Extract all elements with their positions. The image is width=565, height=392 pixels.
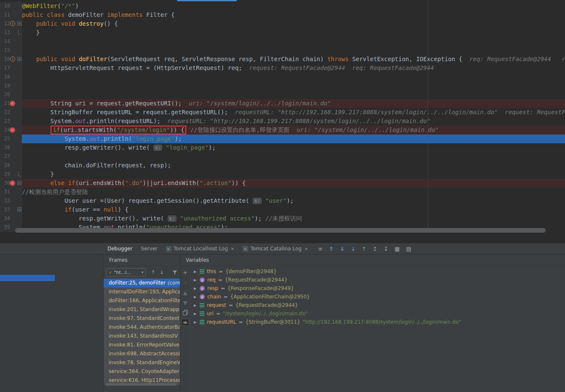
line-number: 21 bbox=[0, 99, 10, 108]
scroll-up-log-icon[interactable]: ↑ bbox=[362, 246, 367, 252]
variable-row[interactable]: ▶pchain = {ApplicationFilterChain@2950} bbox=[190, 293, 461, 301]
tab-tomcat-localhost-log[interactable]: ▸Tomcat Localhost Log✕ bbox=[162, 243, 238, 255]
variable-reference-value: {demoFilter@2948} bbox=[225, 268, 277, 274]
restore-layout-icon[interactable]: ▤ bbox=[406, 246, 411, 252]
expand-chevron-icon[interactable]: ▶ bbox=[194, 270, 197, 274]
duplicate-watch-icon[interactable] bbox=[183, 310, 187, 315]
expand-chevron-icon[interactable]: ▶ bbox=[194, 303, 197, 307]
debug-tool-window: DebuggerServer▸Tomcat Localhost Log✕▸Tom… bbox=[0, 243, 565, 392]
tab-debugger[interactable]: Debugger bbox=[103, 243, 137, 255]
variable-name: resp bbox=[207, 285, 218, 291]
local-variable-icon bbox=[200, 320, 204, 324]
variable-name: requestURL bbox=[207, 319, 236, 325]
variable-row[interactable]: ▶preq = {RequestFacade@2944} bbox=[190, 276, 461, 284]
tab-label: Debugger bbox=[107, 246, 132, 252]
breakpoint-icon[interactable]: ✓ bbox=[10, 101, 15, 106]
code-text bbox=[22, 81, 565, 90]
expand-chevron-icon[interactable]: ▶ bbox=[194, 320, 197, 324]
next-frame-icon[interactable]: ↓ bbox=[159, 269, 163, 275]
breakpoint-icon[interactable]: ✓ bbox=[10, 180, 15, 186]
expand-chevron-icon[interactable]: ▶ bbox=[194, 278, 197, 282]
line-number: 24 bbox=[0, 126, 10, 134]
scroll-down-log-icon[interactable]: ↓ bbox=[351, 246, 356, 252]
watch-return-values-icon[interactable]: ∞ bbox=[181, 319, 189, 326]
move-watch-up-icon[interactable]: ▲ bbox=[183, 290, 187, 296]
line-number: 10 bbox=[0, 2, 10, 11]
frame-row[interactable]: invoke:81, ErrorReportValve bbox=[104, 341, 180, 349]
frame-row[interactable]: doFilter:25, demoFilter (com bbox=[104, 279, 180, 287]
frame-text: service:616, Http11Processor bbox=[109, 377, 180, 383]
gutter: 11 bbox=[0, 11, 22, 19]
close-icon[interactable]: ✕ bbox=[231, 247, 234, 251]
line-number: 34 bbox=[0, 214, 10, 223]
override-method-icon[interactable]: ↑ bbox=[10, 56, 15, 62]
frame-row[interactable]: service:364, CoyoteAdapter bbox=[104, 367, 180, 376]
thread-dropdown[interactable]: ✓ "ht...l... ▾ bbox=[106, 268, 146, 277]
frame-row[interactable]: invoke:143, StandardHostV bbox=[104, 332, 180, 341]
gutter: 28 bbox=[0, 161, 22, 170]
close-icon[interactable]: ✕ bbox=[305, 247, 308, 251]
frame-row[interactable]: invoke:698, AbstractAccessL bbox=[104, 349, 180, 358]
fold-collapse-icon[interactable]: − bbox=[17, 181, 21, 185]
code-text: User user =(User) request.getSession().g… bbox=[22, 196, 565, 205]
code-line-16: 16↑− public void doFilter(ServletRequest… bbox=[0, 55, 565, 64]
code-text: resp.getWriter(). write( s: "unauthorize… bbox=[22, 214, 565, 223]
gutter: 12↑− bbox=[0, 19, 22, 28]
gutter: 18 bbox=[0, 72, 22, 81]
debug-tab-row: DebuggerServer▸Tomcat Localhost Log✕▸Tom… bbox=[0, 243, 565, 255]
code-text: String uri = request.getRequestURI(); ur… bbox=[22, 99, 565, 108]
code-text: HttpServletRequest request = (HttpServle… bbox=[22, 64, 565, 72]
tab-tomcat-catalina-log[interactable]: ▸Tomcat Catalina Log✕ bbox=[238, 243, 312, 255]
fold-collapse-icon[interactable]: − bbox=[17, 57, 21, 61]
breakpoint-icon[interactable]: ✓ bbox=[10, 127, 15, 133]
frames-horizontal-scrollbar[interactable] bbox=[105, 383, 177, 386]
code-text bbox=[22, 90, 565, 99]
add-watch-icon[interactable]: + bbox=[183, 269, 187, 276]
gutter: 10 bbox=[0, 2, 22, 11]
expand-chevron-icon[interactable]: ▶ bbox=[194, 287, 197, 290]
fold-collapse-icon[interactable]: − bbox=[17, 207, 21, 212]
frame-row[interactable]: doFilter:166, ApplicationFilte bbox=[104, 296, 180, 305]
variable-row[interactable]: ▶request = {RequestFacade@2944} bbox=[190, 301, 461, 309]
variable-row[interactable]: ▶presp = {ResponseFacade@2949} bbox=[190, 284, 461, 293]
fold-collapse-icon[interactable]: − bbox=[17, 21, 21, 26]
import-log-icon[interactable]: ↧ bbox=[384, 246, 388, 252]
frame-row[interactable]: internalDoFilter:193, Applicat bbox=[104, 287, 180, 296]
debug-left-area bbox=[0, 255, 103, 392]
undeploy-artifact-icon[interactable]: ⇓ bbox=[340, 246, 345, 252]
frame-text: invoke:143, StandardHostV bbox=[109, 333, 178, 339]
console-icon: ▸ bbox=[166, 246, 171, 252]
view-options-icon[interactable]: ≡ bbox=[318, 246, 323, 252]
previous-frame-icon[interactable]: ↑ bbox=[151, 269, 155, 275]
frame-row[interactable]: invoke:544, AuthenticatorBa bbox=[104, 323, 180, 332]
tab-server[interactable]: Server bbox=[137, 243, 161, 255]
variable-row[interactable]: ▶this = {demoFilter@2948} bbox=[190, 267, 461, 276]
frame-row[interactable]: invoke:97, StandardContext bbox=[104, 314, 180, 323]
code-line-14: 14 bbox=[0, 37, 565, 46]
override-method-icon[interactable]: ↑ bbox=[10, 21, 15, 26]
export-log-icon[interactable]: ↥ bbox=[373, 246, 378, 252]
code-text: resp.getWriter(). write( s: "login_page"… bbox=[22, 143, 565, 152]
code-line-15: 15 bbox=[0, 46, 565, 55]
gutter: 26 bbox=[0, 143, 22, 152]
variable-row[interactable]: ▶requestURL = {StringBuffer@3011} "http:… bbox=[190, 318, 461, 326]
equals-sign: = bbox=[219, 268, 223, 274]
editor-horizontal-scrollbar[interactable] bbox=[15, 228, 546, 233]
log-toolbar: ≡⇑⇓↓↑↥↧▦▤ bbox=[318, 246, 411, 252]
frames-panel: Frames ✓ "ht...l... ▾ ↑↓ doFilter:25, de… bbox=[103, 255, 180, 392]
filter-funnel-icon[interactable] bbox=[173, 270, 177, 275]
line-number: 25 bbox=[0, 134, 10, 143]
line-number: 22 bbox=[0, 108, 10, 117]
code-line-32: 32 User user =(User) request.getSession(… bbox=[0, 196, 565, 205]
line-number: 20 bbox=[0, 90, 10, 99]
expand-chevron-icon[interactable]: ▶ bbox=[194, 312, 197, 316]
variable-row[interactable]: ▶uri = "/system/login/../../login/main.d… bbox=[190, 309, 461, 318]
remove-watch-icon[interactable]: − bbox=[183, 279, 187, 286]
tab-label: Server bbox=[141, 246, 157, 252]
frame-row[interactable]: invoke:78, StandardEngineV bbox=[104, 358, 180, 367]
deploy-artifact-icon[interactable]: ⇑ bbox=[329, 246, 334, 252]
layout-grid-icon[interactable]: ▦ bbox=[394, 246, 399, 252]
move-watch-down-icon[interactable]: ▼ bbox=[183, 300, 187, 306]
expand-chevron-icon[interactable]: ▶ bbox=[194, 295, 197, 299]
frame-row[interactable]: invoke:201, StandardWrapp bbox=[104, 305, 180, 314]
